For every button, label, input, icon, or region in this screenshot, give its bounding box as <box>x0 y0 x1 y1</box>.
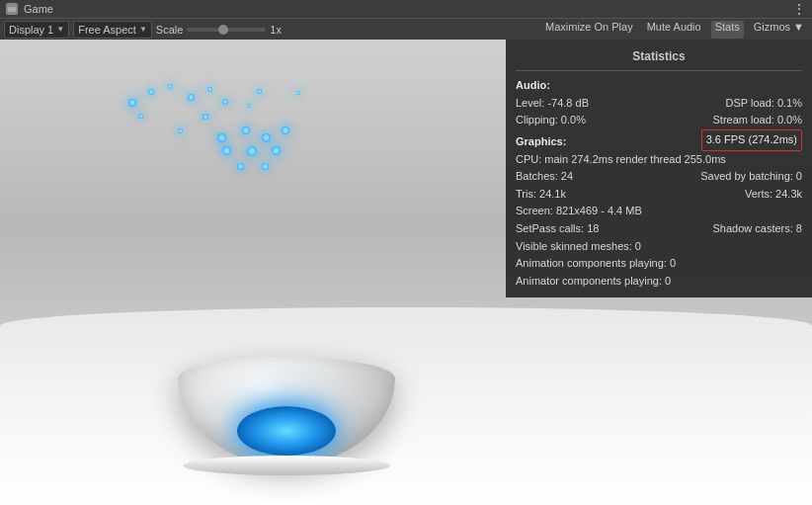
animator-components: Animator components playing: 0 <box>516 275 671 287</box>
particle <box>247 104 251 108</box>
particle <box>188 94 195 101</box>
display-dropdown-arrow: ▼ <box>56 25 64 34</box>
audio-stream: Stream load: 0.0% <box>713 112 803 129</box>
game-viewport: Statistics Audio: Level: -74.8 dB DSP lo… <box>0 40 812 505</box>
particle <box>217 133 226 142</box>
animation-row: Animation components playing: 0 <box>516 255 802 273</box>
audio-section-header: Audio: <box>516 77 802 95</box>
setpass-row: SetPass calls: 18 Shadow casters: 8 <box>516 220 802 238</box>
graphics-section-header: Graphics: <box>516 133 566 151</box>
game-icon <box>6 3 18 15</box>
mute-audio-button[interactable]: Mute Audio <box>643 21 705 39</box>
particle-system <box>49 79 494 356</box>
shadow-casters: Shadow casters: 8 <box>713 220 803 238</box>
particle <box>203 114 208 120</box>
toolbar-right-buttons: Maximize On Play Mute Audio Stats Gizmos… <box>541 21 808 39</box>
particle <box>237 163 244 170</box>
aspect-dropdown[interactable]: Free Aspect ▼ <box>73 21 152 39</box>
particle <box>222 146 231 155</box>
cpu-main: CPU: main 274.2ms <box>516 153 612 165</box>
svg-rect-0 <box>8 7 16 12</box>
screen-info: Screen: 821x469 - 4.4 MB <box>516 205 642 216</box>
bowl-mesh <box>178 357 395 465</box>
batches: Batches: 24 <box>516 168 573 186</box>
particle <box>247 146 257 156</box>
cpu-row: CPU: main 274.2ms render thread 255.0ms <box>516 151 802 169</box>
screen-row: Screen: 821x469 - 4.4 MB <box>516 203 802 220</box>
stats-button[interactable]: Stats <box>711 21 744 39</box>
audio-row-1: Level: -74.8 dB DSP load: 0.1% <box>516 95 802 113</box>
tris: Tris: 24.1k <box>516 186 566 204</box>
visible-skinned-row: Visible skinned meshes: 0 <box>516 238 802 256</box>
animation-components: Animation components playing: 0 <box>516 257 676 269</box>
scale-label: Scale <box>156 24 184 36</box>
animator-row: Animator components playing: 0 <box>516 273 802 291</box>
bowl-rim <box>183 456 390 475</box>
aspect-label: Free Aspect <box>78 24 136 36</box>
visible-skinned: Visible skinned meshes: 0 <box>516 240 641 252</box>
audio-level: Level: -74.8 dB <box>516 95 589 113</box>
particle <box>257 89 262 94</box>
scale-control: Scale 1x <box>156 24 282 36</box>
particle <box>262 133 271 142</box>
window-title: Game <box>24 3 53 15</box>
bowl-object <box>178 317 395 475</box>
maximize-on-play-button[interactable]: Maximize On Play <box>541 21 637 39</box>
particle <box>207 87 212 92</box>
stats-title: Statistics <box>516 47 802 71</box>
scale-value: 1x <box>270 24 282 36</box>
particle <box>282 126 289 134</box>
window-menu-button[interactable]: ⋮ <box>792 1 806 17</box>
particle <box>148 89 154 95</box>
particle <box>222 99 228 105</box>
graphics-header-row: Graphics: 3.6 FPS (274.2ms) <box>516 129 802 151</box>
particle <box>242 126 250 134</box>
particle <box>168 84 173 89</box>
particle <box>178 128 183 133</box>
liquid-effect <box>237 406 336 456</box>
game-toolbar: Display 1 ▼ Free Aspect ▼ Scale 1x Maxim… <box>0 18 812 40</box>
verts: Verts: 24.3k <box>745 186 802 204</box>
setpass-calls: SetPass calls: 18 <box>516 220 599 238</box>
render-thread: render thread 255.0ms <box>616 153 726 165</box>
display-dropdown[interactable]: Display 1 ▼ <box>4 21 69 39</box>
display-label: Display 1 <box>9 24 53 36</box>
scale-slider[interactable] <box>187 28 266 32</box>
statistics-panel: Statistics Audio: Level: -74.8 dB DSP lo… <box>506 40 812 297</box>
fps-value: 3.6 FPS (274.2ms) <box>701 129 802 151</box>
scale-slider-thumb <box>218 25 228 35</box>
svg-rect-1 <box>10 5 14 7</box>
particle <box>262 163 269 170</box>
gizmos-button[interactable]: Gizmos ▼ <box>750 21 808 39</box>
aspect-dropdown-arrow: ▼ <box>139 25 147 34</box>
particle <box>272 146 281 155</box>
gizmos-arrow-icon: ▼ <box>793 21 804 33</box>
batches-row: Batches: 24 Saved by batching: 0 <box>516 168 802 186</box>
audio-row-2: Clipping: 0.0% Stream load: 0.0% <box>516 112 802 129</box>
particle <box>128 99 136 107</box>
audio-clipping: Clipping: 0.0% <box>516 112 586 129</box>
title-bar: Game ⋮ <box>0 0 812 18</box>
saved-batching: Saved by batching: 0 <box>700 168 802 186</box>
audio-dsp: DSP load: 0.1% <box>726 95 802 113</box>
tris-row: Tris: 24.1k Verts: 24.3k <box>516 186 802 204</box>
particle <box>138 114 143 119</box>
particle <box>296 91 300 95</box>
